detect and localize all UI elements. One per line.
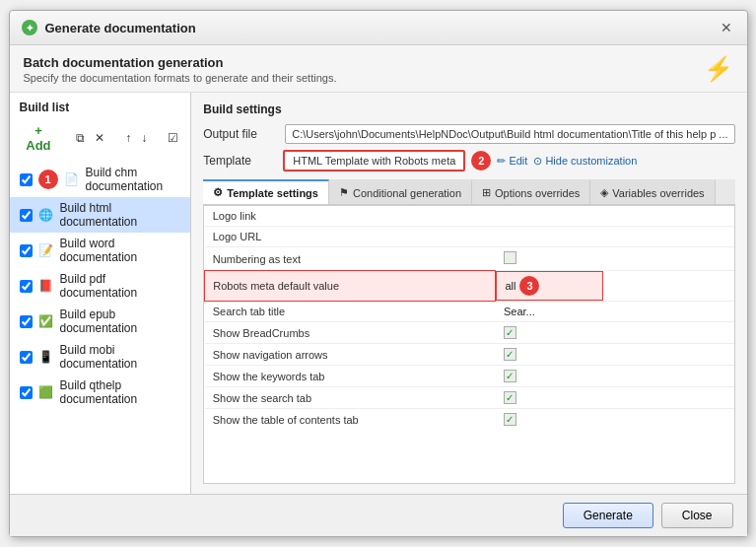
table-row[interactable]: Show navigation arrows ✓: [205, 344, 734, 366]
row-value: ✓: [496, 344, 734, 366]
header-subtitle: Specify the documentation formats to gen…: [24, 72, 337, 84]
content-area: Build list + Add ⧉ ✕ ↑ ↓ ☑ 1 📄 Build chm…: [10, 93, 747, 494]
row-value: [496, 247, 734, 271]
row-label: Show the table of contents tab: [205, 409, 496, 431]
tab-label-options: Options overrides: [495, 187, 580, 199]
build-list: 1 📄 Build chm documentation 🌐 Build html…: [10, 162, 191, 486]
tab-icon-options: ⊞: [482, 186, 491, 199]
badge-3: 3: [519, 276, 539, 296]
table-row[interactable]: Show BreadCrumbs ✓: [205, 322, 734, 344]
output-file-field[interactable]: C:\Users\john\Documents\HelpNDoc\Output\…: [285, 124, 734, 144]
item-checkbox-word[interactable]: [20, 244, 33, 257]
row-value: [496, 206, 734, 227]
right-panel: Build settings Output file C:\Users\john…: [191, 93, 746, 494]
template-field[interactable]: HTML Template with Robots meta: [283, 150, 465, 171]
row-label: Numbering as text: [205, 247, 496, 271]
title-bar: ✦ Generate documentation ✕: [10, 11, 747, 45]
item-checkbox-chm[interactable]: [20, 173, 33, 186]
close-dialog-button[interactable]: Close: [661, 503, 733, 528]
qthelp-icon: 🟩: [38, 384, 54, 400]
search-tab-checkbox[interactable]: ✓: [504, 391, 516, 404]
row-label: Logo link: [205, 206, 496, 227]
delete-button[interactable]: ✕: [91, 128, 108, 148]
tab-icon-variables: ◈: [600, 186, 608, 199]
row-label: Search tab title: [205, 302, 496, 322]
item-label-pdf: Build pdf documentation: [60, 272, 181, 300]
dialog-title: Generate documentation: [45, 21, 196, 35]
table-row[interactable]: Show the table of contents tab ✓: [205, 409, 734, 431]
row-value: all 3: [496, 271, 602, 301]
item-checkbox-html[interactable]: [20, 209, 33, 222]
item-checkbox-qthelp[interactable]: [20, 386, 33, 399]
row-value: [496, 227, 734, 247]
tabs-bar: ⚙ Template settings ⚑ Conditional genera…: [203, 179, 734, 205]
generate-documentation-dialog: ✦ Generate documentation ✕ Batch documen…: [9, 10, 748, 537]
check-all-button[interactable]: ☑: [164, 128, 182, 148]
item-checkbox-pdf[interactable]: [20, 280, 33, 293]
move-down-button[interactable]: ↓: [137, 128, 151, 148]
item-checkbox-mobi[interactable]: [20, 351, 33, 364]
keywords-tab-checkbox[interactable]: ✓: [504, 370, 516, 382]
close-button[interactable]: ✕: [718, 19, 735, 36]
header-section: Batch documentation generation Specify t…: [10, 45, 747, 93]
robots-meta-value: all: [505, 280, 515, 292]
generate-button[interactable]: Generate: [563, 503, 653, 528]
list-item[interactable]: 🌐 Build html documentation: [10, 197, 191, 233]
row-value: ✓: [496, 322, 734, 344]
toc-tab-checkbox[interactable]: ✓: [504, 413, 516, 426]
copy-button[interactable]: ⧉: [72, 128, 89, 148]
list-item[interactable]: 📱 Build mobi documentation: [10, 339, 191, 375]
header-text: Batch documentation generation Specify t…: [24, 55, 337, 84]
lightning-icon: ⚡: [704, 55, 733, 83]
build-list-header: Build list: [10, 101, 191, 120]
row-value: ✓: [496, 387, 734, 409]
tab-label-settings: Template settings: [227, 187, 318, 199]
item-label-chm: Build chm documentation: [86, 166, 181, 193]
tab-label-variables: Variables overrides: [612, 187, 704, 199]
pdf-icon: 📕: [38, 278, 54, 294]
epub-icon: ✅: [38, 313, 54, 329]
list-item[interactable]: 1 📄 Build chm documentation: [10, 162, 191, 197]
settings-table-container: Logo link Logo URL Numbering as text: [203, 205, 734, 484]
item-label-qthelp: Build qthelp documentation: [60, 378, 181, 406]
mobi-icon: 📱: [38, 349, 54, 365]
item-label-html: Build html documentation: [60, 201, 181, 229]
row-value: ✓: [496, 409, 734, 431]
row-label: Logo URL: [205, 227, 496, 247]
tab-variables-overrides[interactable]: ◈ Variables overrides: [590, 179, 715, 204]
row-label: Robots meta default value: [205, 271, 496, 302]
table-row[interactable]: Logo link: [205, 206, 734, 227]
tab-conditional-generation[interactable]: ⚑ Conditional generation: [329, 179, 472, 204]
table-row[interactable]: Show the keywords tab ✓: [205, 366, 734, 387]
table-row[interactable]: Logo URL: [205, 227, 734, 247]
table-row[interactable]: Show the search tab ✓: [205, 387, 734, 409]
header-title: Batch documentation generation: [24, 55, 337, 70]
template-row: Template HTML Template with Robots meta …: [203, 150, 734, 171]
left-panel: Build list + Add ⧉ ✕ ↑ ↓ ☑ 1 📄 Build chm…: [10, 93, 192, 494]
list-item[interactable]: ✅ Build epub documentation: [10, 304, 191, 339]
table-row[interactable]: Search tab title Sear...: [205, 302, 734, 322]
numbering-checkbox[interactable]: [504, 251, 516, 264]
breadcrumbs-checkbox[interactable]: ✓: [504, 326, 516, 339]
hide-customization-button[interactable]: ⊙ Hide customization: [533, 155, 637, 168]
item-checkbox-epub[interactable]: [20, 315, 33, 328]
add-button[interactable]: + Add: [18, 120, 60, 156]
word-icon: 📝: [38, 242, 54, 258]
move-up-button[interactable]: ↑: [121, 128, 135, 148]
tab-template-settings[interactable]: ⚙ Template settings: [203, 179, 329, 204]
nav-arrows-checkbox[interactable]: ✓: [504, 348, 516, 361]
chm-icon: 📄: [64, 171, 80, 187]
list-item[interactable]: 📝 Build word documentation: [10, 233, 191, 268]
list-item[interactable]: 🟩 Build qthelp documentation: [10, 375, 191, 410]
edit-button[interactable]: ✏ Edit: [497, 155, 527, 168]
toolbar: + Add ⧉ ✕ ↑ ↓ ☑: [10, 120, 191, 162]
row-value: ✓: [496, 366, 734, 387]
build-settings-header: Build settings: [203, 103, 734, 116]
list-item[interactable]: 📕 Build pdf documentation: [10, 268, 191, 304]
table-row-highlighted[interactable]: Robots meta default value all 3: [205, 271, 734, 302]
template-label: Template: [203, 154, 277, 168]
row-label: Show the keywords tab: [205, 366, 496, 387]
table-row[interactable]: Numbering as text: [205, 247, 734, 271]
dialog-icon: ✦: [22, 20, 37, 35]
tab-options-overrides[interactable]: ⊞ Options overrides: [472, 179, 590, 204]
